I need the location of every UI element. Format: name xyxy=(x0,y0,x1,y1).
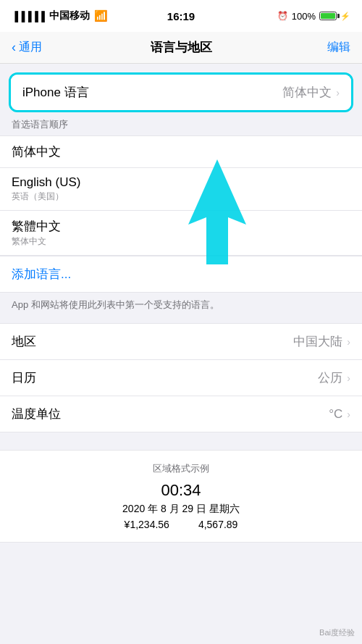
format-example-section: 区域格式示例 00:34 2020 年 8 月 29 日 星期六 ¥1,234.… xyxy=(0,450,362,543)
iphone-language-section: iPhone 语言 简体中文 › xyxy=(9,72,353,112)
nav-bar: ‹ 通用 语言与地区 编辑 xyxy=(0,32,362,64)
calendar-label: 日历 xyxy=(12,369,36,386)
signal-icon: ▐▐▐▐▐ xyxy=(12,11,45,22)
iphone-language-label: iPhone 语言 xyxy=(22,84,89,101)
format-number1: ¥1,234.56 xyxy=(125,519,169,530)
lang-sub-1: 英语（美国） xyxy=(12,191,350,203)
wifi-icon: 📶 xyxy=(94,9,108,22)
format-time: 00:34 xyxy=(12,481,350,500)
chevron-right-icon: › xyxy=(336,87,340,99)
chevron-right-icon: › xyxy=(347,336,350,348)
battery-percent: 100% xyxy=(292,11,316,22)
edit-button[interactable]: 编辑 xyxy=(327,40,350,55)
temperature-label: 温度单位 xyxy=(12,406,61,422)
iphone-language-row[interactable]: iPhone 语言 简体中文 › xyxy=(11,75,351,110)
content-area: iPhone 语言 简体中文 › 首选语言顺序 简体中文 English (US… xyxy=(0,72,362,543)
region-section: 地区 中国大陆 › 日历 公历 › 温度单位 °C › xyxy=(0,323,362,432)
calendar-value: 公历 › xyxy=(318,369,350,386)
battery-icon xyxy=(319,12,337,20)
status-bar: ▐▐▐▐▐ 中国移动 📶 16:19 ⏰ 100% ⚡ xyxy=(0,0,362,32)
add-language-button[interactable]: 添加语言... xyxy=(0,256,362,293)
lang-main-2: 繁體中文 xyxy=(12,218,350,235)
format-numbers: ¥1,234.56 4,567.89 xyxy=(12,519,350,530)
charge-icon: ⚡ xyxy=(340,12,350,21)
list-item[interactable]: 繁體中文 繁体中文 xyxy=(0,211,362,255)
chevron-right-icon: › xyxy=(347,372,350,384)
preferred-section-label: 首选语言顺序 xyxy=(0,112,362,135)
carrier-label: 中国移动 xyxy=(49,9,90,22)
page-title: 语言与地区 xyxy=(151,39,212,56)
lang-sub-2: 繁体中文 xyxy=(12,235,350,248)
status-time: 16:19 xyxy=(167,10,195,22)
temperature-value: °C › xyxy=(329,407,350,422)
format-title: 区域格式示例 xyxy=(12,462,350,475)
back-label: 通用 xyxy=(19,40,42,55)
iphone-language-value: 简体中文 › xyxy=(282,84,340,101)
back-button[interactable]: ‹ 通用 xyxy=(12,40,42,55)
region-value: 中国大陆 › xyxy=(293,333,350,350)
temperature-row[interactable]: 温度单位 °C › xyxy=(0,396,362,432)
list-item[interactable]: 简体中文 xyxy=(0,136,362,168)
region-row[interactable]: 地区 中国大陆 › xyxy=(0,324,362,360)
chevron-left-icon: ‹ xyxy=(12,40,16,55)
format-date: 2020 年 8 月 29 日 星期六 xyxy=(12,503,350,516)
status-carrier: ▐▐▐▐▐ 中国移动 📶 xyxy=(12,9,108,22)
chevron-right-icon: › xyxy=(347,409,350,420)
calendar-row[interactable]: 日历 公历 › xyxy=(0,360,362,396)
alarm-icon: ⏰ xyxy=(277,11,288,21)
region-label: 地区 xyxy=(12,333,36,350)
lang-main-1: English (US) xyxy=(12,175,350,190)
status-right: ⏰ 100% ⚡ xyxy=(277,11,350,22)
watermark: Bai度经验 xyxy=(319,627,355,638)
battery-fill xyxy=(321,13,335,19)
list-item[interactable]: English (US) 英语（美国） xyxy=(0,168,362,211)
info-text: App 和网站将使用此列表中第一个受支持的语言。 xyxy=(0,293,362,323)
language-list: 简体中文 English (US) 英语（美国） 繁體中文 繁体中文 xyxy=(0,135,362,256)
format-number2: 4,567.89 xyxy=(198,519,238,530)
lang-main-0: 简体中文 xyxy=(12,143,350,160)
